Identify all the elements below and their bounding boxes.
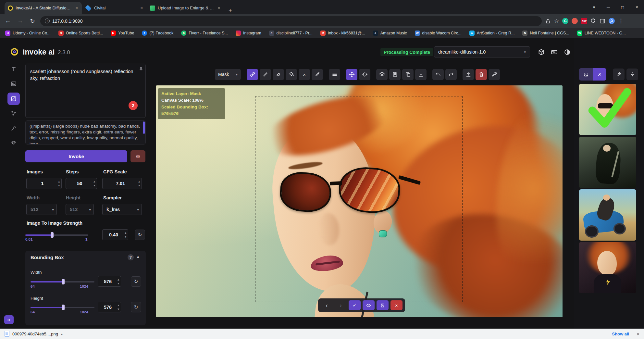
options-panel-pin-button[interactable]: ‹› bbox=[4, 315, 14, 324]
tab-postprocessing[interactable] bbox=[7, 122, 20, 134]
gallery-settings-button[interactable] bbox=[613, 69, 625, 80]
stepper[interactable]: ▴▾ bbox=[118, 303, 119, 311]
negative-prompt-scrollbar[interactable] bbox=[143, 121, 145, 134]
model-select[interactable]: dreamlike-diffusion-1.0 ▾ bbox=[434, 46, 530, 57]
bbox-width-slider-handle[interactable] bbox=[62, 279, 65, 284]
copy-to-clipboard-button[interactable] bbox=[402, 69, 414, 80]
profile-avatar[interactable] bbox=[609, 18, 615, 24]
redo-button[interactable] bbox=[445, 69, 457, 80]
invoke-button[interactable]: Invoke bbox=[25, 150, 127, 162]
bookmark[interactable]: Instagram bbox=[236, 31, 261, 36]
tab-invokeai[interactable]: InvokeAI - A Stable Diffusion Too... × bbox=[5, 2, 82, 14]
discard-image-button[interactable]: × bbox=[390, 300, 402, 310]
extension-icon[interactable] bbox=[572, 18, 578, 24]
canvas-image[interactable]: Active Layer: Mask Canvas Scale: 108% Sc… bbox=[156, 85, 563, 317]
bookmark[interactable]: YouTube bbox=[111, 31, 134, 36]
browser-menu-icon[interactable]: ⋮ bbox=[618, 18, 624, 24]
save-staging-button[interactable] bbox=[377, 300, 389, 310]
eraser-tool-button[interactable] bbox=[273, 69, 284, 80]
tab-search-chevron-icon[interactable]: ▾ bbox=[587, 1, 601, 13]
gallery-thumbnail[interactable] bbox=[579, 189, 636, 241]
width-select[interactable]: 512▾ bbox=[26, 204, 57, 215]
bbox-width-input[interactable]: 576▴▾ bbox=[98, 276, 121, 287]
fill-tool-button[interactable] bbox=[286, 69, 297, 80]
forward-icon[interactable]: → bbox=[16, 18, 25, 24]
bbox-height-slider-handle[interactable] bbox=[62, 305, 65, 310]
layer-select[interactable]: Mask▾ bbox=[215, 69, 241, 80]
prompt-input[interactable]: scarlett johansson (round sunglasses) re… bbox=[25, 64, 146, 118]
pin-icon[interactable] bbox=[139, 67, 143, 72]
gallery-user-tab[interactable] bbox=[593, 68, 606, 81]
gallery-thumbnail[interactable] bbox=[579, 137, 636, 188]
download-image-button[interactable] bbox=[415, 69, 427, 80]
share-icon[interactable] bbox=[545, 18, 551, 24]
strength-slider-handle[interactable] bbox=[51, 232, 54, 238]
move-tool-button[interactable] bbox=[346, 69, 357, 80]
tab-close-icon[interactable]: × bbox=[75, 6, 79, 10]
bookmark[interactable]: WLINE WEBTOON - G... bbox=[577, 31, 626, 36]
tab-close-icon[interactable]: × bbox=[217, 6, 221, 10]
bookmark[interactable]: f(7) Facebook bbox=[142, 31, 173, 36]
bookmark[interactable]: fiFiverr - Freelance S... bbox=[181, 31, 228, 36]
stepper[interactable]: ▴▾ bbox=[118, 278, 119, 285]
downloads-close-icon[interactable]: × bbox=[632, 331, 639, 337]
bbox-height-input[interactable]: 576▴▾ bbox=[98, 302, 121, 312]
bookmark-star-icon[interactable]: ☆ bbox=[554, 18, 559, 24]
canvas-settings-button[interactable] bbox=[489, 69, 500, 80]
bookmark[interactable]: UUdemy - Online Co... bbox=[5, 31, 51, 36]
accept-image-button[interactable]: ✓ bbox=[349, 300, 361, 310]
tab-close-icon[interactable]: × bbox=[140, 6, 143, 10]
cancel-button[interactable]: ⊗ bbox=[130, 150, 145, 162]
stepper[interactable]: ▴▾ bbox=[58, 180, 60, 187]
tab-nodes[interactable] bbox=[7, 107, 20, 119]
undo-button[interactable] bbox=[432, 69, 444, 80]
steps-input[interactable]: 50▴▾ bbox=[66, 178, 97, 189]
bookmark[interactable]: MInbox - klk56831@... bbox=[320, 31, 365, 36]
images-input[interactable]: 1▴▾ bbox=[26, 178, 62, 189]
grammarly-extension-icon[interactable]: G bbox=[562, 18, 568, 24]
address-bar[interactable]: i 127.0.0.1:9090 bbox=[40, 16, 542, 26]
cfg-input[interactable]: 7.01▴▾ bbox=[102, 178, 142, 189]
sampler-select[interactable]: k_lms▾ bbox=[102, 204, 142, 215]
height-select[interactable]: 512▾ bbox=[66, 204, 94, 215]
previous-image-button[interactable]: ‹ bbox=[321, 300, 333, 310]
help-icon[interactable]: ? bbox=[128, 254, 134, 260]
gallery-images-tab[interactable] bbox=[579, 68, 593, 81]
window-close-button[interactable]: × bbox=[630, 1, 644, 13]
model-manager-button[interactable] bbox=[536, 46, 547, 57]
brush-options-button[interactable] bbox=[329, 69, 340, 80]
download-filename[interactable]: 000979.40d74eb5....png bbox=[12, 332, 58, 336]
show-all-link[interactable]: Show all bbox=[612, 332, 629, 336]
adblock-extension-icon[interactable]: ABP bbox=[581, 18, 587, 24]
bookmark[interactable]: BOnline Sports Betti... bbox=[58, 31, 103, 36]
back-icon[interactable]: ← bbox=[3, 18, 12, 24]
download-menu-chevron-icon[interactable]: ▴ bbox=[61, 332, 63, 336]
site-info-icon[interactable]: i bbox=[45, 19, 50, 23]
bookmark[interactable]: aAmazon Music bbox=[373, 31, 407, 36]
collapse-chevron-icon[interactable]: ▴ bbox=[137, 254, 139, 259]
side-panel-icon[interactable] bbox=[600, 18, 605, 24]
tab-upload-image[interactable]: Upload Image to Enlarge & Enha... × bbox=[147, 2, 224, 14]
theme-button[interactable] bbox=[562, 46, 573, 57]
bbox-height-reset-button[interactable]: ↻ bbox=[131, 302, 141, 312]
tab-image-to-image[interactable] bbox=[7, 78, 20, 90]
preserve-mask-button[interactable] bbox=[247, 69, 258, 80]
bbox-width-reset-button[interactable]: ↻ bbox=[131, 276, 141, 287]
merge-layers-button[interactable] bbox=[376, 69, 388, 80]
bookmark[interactable]: ddisciplineil777 - Pr... bbox=[269, 31, 313, 36]
clear-canvas-button[interactable] bbox=[476, 69, 487, 80]
tab-unified-canvas[interactable] bbox=[7, 93, 20, 105]
window-minimize-button[interactable]: ─ bbox=[601, 1, 615, 13]
next-image-button[interactable]: › bbox=[335, 300, 347, 310]
show-hide-button[interactable] bbox=[363, 300, 375, 310]
bookmark[interactable]: AArtStation - Greg R... bbox=[469, 31, 515, 36]
gallery-thumbnail[interactable] bbox=[579, 242, 636, 293]
negative-prompt-input[interactable]: ((implants)) (large boobs) nude bad anat… bbox=[25, 120, 146, 144]
tab-civitai[interactable]: Civitai × bbox=[82, 2, 147, 14]
stepper[interactable]: ▴▾ bbox=[138, 180, 140, 187]
bookmark[interactable]: Wdisable Wacom Circ... bbox=[415, 31, 462, 36]
bounding-box-selection[interactable] bbox=[255, 96, 463, 302]
color-picker-button[interactable] bbox=[312, 69, 323, 80]
bookmark[interactable]: NNeil Fontaine | CGS... bbox=[522, 31, 569, 36]
window-maximize-button[interactable]: ◻ bbox=[615, 1, 630, 13]
